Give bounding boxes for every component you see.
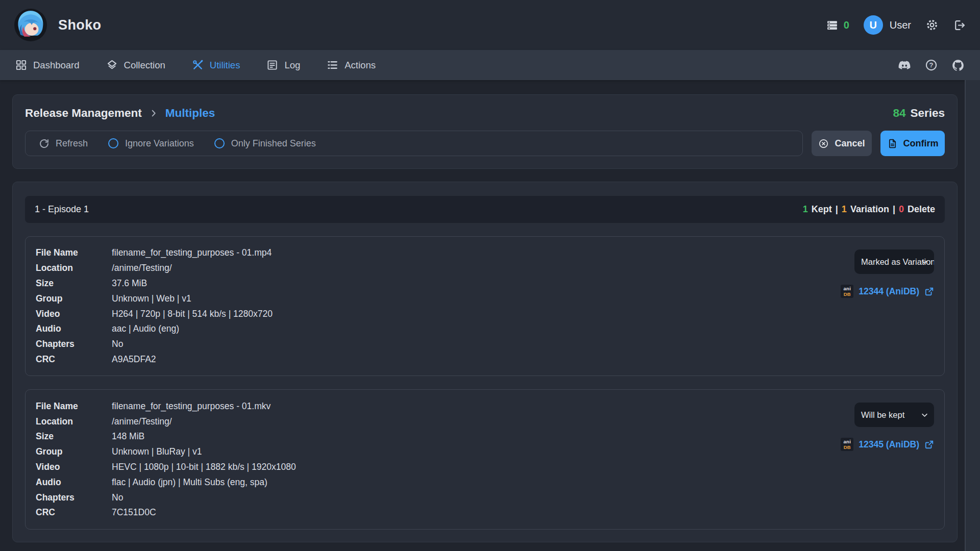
anidb-icon-text-top: ani [844,439,851,444]
user-menu[interactable]: U User [864,15,911,35]
breadcrumb-parent[interactable]: Release Management [25,107,142,120]
kept-label: Kept [812,204,832,215]
file-detail-row: File Namefilename_for_testing_purposes -… [36,245,273,261]
breadcrumb: Release Management Multiples 84 Series [25,107,945,120]
file-detail-row: VideoHEVC | 1080p | 10-bit | 1882 kb/s |… [36,460,296,475]
field-value: A9A5DFA2 [112,354,273,365]
toolbar: Refresh Ignore Variations Only Finished … [25,131,945,156]
log-document-icon [266,59,278,71]
variation-count: 1 [842,204,847,215]
stat-separator: | [893,204,895,215]
file-detail-row: Size37.6 MiB [36,276,273,291]
discord-link[interactable] [898,59,911,72]
file-card: File Namefilename_for_testing_purposes -… [25,236,945,376]
discord-icon [898,59,911,72]
release-management-panel: Release Management Multiples 84 Series R… [12,94,958,169]
file-detail-row: Audioaac | Audio (eng) [36,321,273,337]
field-value: Unknown | Web | v1 [112,293,273,304]
scrollbar-track[interactable] [965,80,980,551]
toggle-only-finished-series[interactable]: Only Finished Series [214,138,316,149]
field-label: Video [36,462,112,472]
cancel-button[interactable]: Cancel [812,131,872,156]
file-detail-row: CRC7C151D0C [36,505,296,520]
toggle-label: Only Finished Series [231,138,316,149]
episode-title: 1 - Episode 1 [35,204,89,215]
field-label: Video [36,309,112,319]
file-status-dropdown[interactable]: Marked as Variation [854,249,934,274]
nav-item-dashboard[interactable]: Dashboard [15,59,80,71]
field-value: 148 MiB [112,431,296,442]
nav-label: Log [284,60,300,71]
file-card-side: Will be kept ani DB 12345 (AniDB) [832,398,934,520]
field-label: Location [36,416,112,427]
field-value: No [112,492,296,503]
field-label: CRC [36,354,112,365]
chevron-down-icon [921,258,928,266]
field-label: Chapters [36,339,112,349]
queue-icon [826,19,839,32]
field-value: flac | Audio (jpn) | Multi Subs (eng, sp… [112,477,296,488]
collection-layers-icon [106,59,118,71]
field-value: 37.6 MiB [112,278,273,289]
nav-item-collection[interactable]: Collection [106,59,165,71]
episode-header-row: 1 - Episode 1 1 Kept | 1 Variation | 0 D… [25,196,945,223]
queue-status[interactable]: 0 [826,19,849,32]
series-count-label: Series [910,107,945,120]
anidb-link[interactable]: ani DB 12345 (AniDB) [841,438,934,451]
shoko-logo[interactable] [14,9,47,41]
queue-count: 0 [844,19,849,31]
main-content: Release Management Multiples 84 Series R… [0,80,965,551]
field-value: No [112,339,273,349]
field-value: filename_for_testing_purposes - 01.mkv [112,401,296,412]
file-status-dropdown[interactable]: Will be kept [854,403,934,427]
chevron-down-icon [921,411,928,419]
file-detail-row: File Namefilename_for_testing_purposes -… [36,398,296,414]
field-label: Audio [36,477,112,488]
shoko-logo-icon [14,9,47,41]
nav-label: Actions [345,60,376,71]
file-detail-row: GroupUnknown | BluRay | v1 [36,444,296,460]
github-link[interactable] [951,59,965,72]
anidb-link[interactable]: ani DB 12344 (AniDB) [841,285,934,298]
episode-panel: 1 - Episode 1 1 Kept | 1 Variation | 0 D… [12,182,958,542]
nav-item-log[interactable]: Log [266,59,300,71]
field-value: Unknown | BluRay | v1 [112,446,296,457]
refresh-icon [39,138,50,149]
anidb-icon-text-bottom: DB [844,292,851,297]
app-title: Shoko [58,17,102,33]
actions-list-icon [327,59,338,71]
avatar: U [864,15,883,35]
nav-label: Collection [124,60,165,71]
file-detail-row: Size148 MiB [36,429,296,444]
refresh-label: Refresh [56,138,88,149]
refresh-button[interactable]: Refresh [39,138,88,149]
field-label: Audio [36,323,112,334]
file-detail-row: ChaptersNo [36,490,296,505]
confirm-button[interactable]: Confirm [880,131,945,156]
main-nav: Dashboard Collection Utilities Log Actio… [0,50,980,80]
gear-icon [925,18,939,32]
github-icon [951,59,965,72]
series-count-number: 84 [893,107,905,120]
dashboard-grid-icon [15,59,27,71]
help-link[interactable]: ? [925,59,938,71]
nav-item-actions[interactable]: Actions [327,59,376,71]
field-label: Size [36,278,112,289]
settings-button[interactable] [925,18,939,32]
confirm-label: Confirm [903,138,939,149]
app-header: Shoko 0 U User [0,0,980,50]
external-link-icon [924,287,934,296]
field-value: /anime/Testing/ [112,416,296,427]
file-detail-row: VideoH264 | 720p | 8-bit | 514 kb/s | 12… [36,306,273,321]
file-details: File Namefilename_for_testing_purposes -… [36,245,273,367]
field-label: Group [36,293,112,304]
logout-button[interactable] [953,19,966,32]
toggle-ignore-variations[interactable]: Ignore Variations [108,138,194,149]
file-card-side: Marked as Variation ani DB 12344 (AniDB) [832,245,934,367]
anidb-icon: ani DB [841,285,853,298]
nav-item-utilities[interactable]: Utilities [192,59,240,71]
help-icon: ? [925,59,938,71]
kept-count: 1 [803,204,808,215]
anidb-icon: ani DB [841,438,853,451]
breadcrumb-current: Multiples [165,107,215,120]
